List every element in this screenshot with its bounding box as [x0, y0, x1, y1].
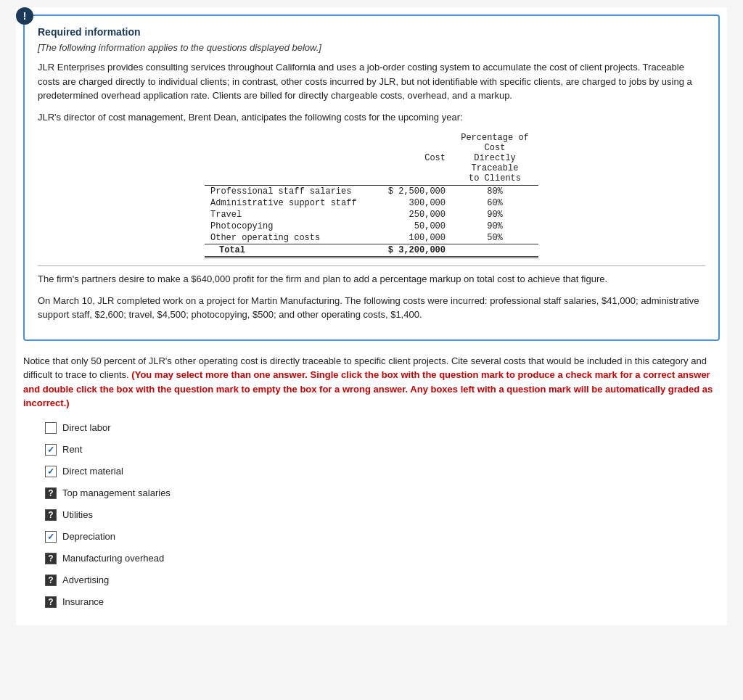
row-label: Administrative support staff — [205, 197, 364, 209]
checkbox-item-advertising[interactable]: ? Advertising — [45, 575, 720, 586]
table-row: Other operating costs 100,000 50% — [205, 232, 538, 244]
row-label: Other operating costs — [205, 232, 364, 244]
paragraph-1: JLR Enterprises provides consulting serv… — [38, 60, 705, 103]
checkbox-item-top-management[interactable]: ? Top management salaries — [45, 487, 720, 499]
row-pct: 50% — [451, 232, 538, 244]
checkbox-label-insurance: Insurance — [62, 596, 104, 607]
pct-header: Percentage of CostDirectly Traceableto C… — [451, 131, 538, 186]
checkbox-box-utilities[interactable]: ? — [45, 509, 57, 521]
italic-note: [The following information applies to th… — [38, 42, 705, 53]
checkbox-label-advertising: Advertising — [62, 575, 109, 585]
checkbox-item-direct-material[interactable]: ✓ Direct material — [45, 466, 720, 477]
paragraph-2: JLR's director of cost management, Brent… — [38, 110, 705, 125]
notice-section: Notice that only 50 percent of JLR's oth… — [23, 354, 720, 411]
checkbox-label-rent: Rent — [62, 444, 82, 455]
info-box: ! Required information [The following in… — [23, 15, 720, 341]
checkbox-box-manufacturing-overhead[interactable]: ? — [45, 553, 57, 564]
checkbox-label-direct-material: Direct material — [62, 466, 123, 477]
checkbox-label-top-management: Top management salaries — [62, 487, 171, 498]
paragraph-3: The firm's partners desire to make a $64… — [38, 272, 705, 287]
table-row: Photocopying 50,000 90% — [205, 221, 538, 232]
total-label: Total — [205, 244, 364, 258]
required-info-title: Required information — [38, 26, 705, 38]
row-label: Travel — [205, 209, 364, 221]
total-pct — [451, 244, 538, 258]
table-total-row: Total $ 3,200,000 — [205, 244, 538, 258]
total-cost: $ 3,200,000 — [364, 244, 451, 258]
cost-table: Cost Percentage of CostDirectly Traceabl… — [205, 131, 538, 258]
checkbox-item-direct-labor[interactable]: Direct labor — [45, 422, 720, 434]
row-pct: 90% — [451, 221, 538, 232]
checkbox-item-rent[interactable]: ✓ Rent — [45, 444, 720, 456]
info-icon: ! — [16, 7, 33, 25]
main-container: ! Required information [The following in… — [16, 7, 727, 625]
table-row: Administrative support staff 300,000 60% — [205, 197, 538, 209]
checkbox-box-direct-labor[interactable] — [45, 422, 57, 434]
row-cost: 300,000 — [364, 197, 451, 209]
row-cost: 100,000 — [364, 232, 451, 244]
row-cost: 250,000 — [364, 209, 451, 221]
checkbox-box-direct-material[interactable]: ✓ — [45, 466, 57, 477]
row-pct: 80% — [451, 186, 538, 198]
cost-table-wrapper: Cost Percentage of CostDirectly Traceabl… — [38, 131, 705, 258]
checkbox-label-direct-labor: Direct labor — [62, 422, 110, 433]
checkbox-item-manufacturing-overhead[interactable]: ? Manufacturing overhead — [45, 553, 720, 564]
checkbox-item-insurance[interactable]: ? Insurance — [45, 596, 720, 608]
cost-header: Cost — [364, 131, 451, 186]
row-label: Photocopying — [205, 221, 364, 232]
row-cost: 50,000 — [364, 221, 451, 232]
checkbox-label-depreciation: Depreciation — [62, 531, 115, 542]
row-pct: 60% — [451, 197, 538, 209]
table-row: Travel 250,000 90% — [205, 209, 538, 221]
checkbox-box-depreciation[interactable]: ✓ — [45, 531, 57, 543]
checkbox-label-utilities: Utilities — [62, 509, 93, 520]
checkbox-box-rent[interactable]: ✓ — [45, 444, 57, 456]
checkbox-box-insurance[interactable]: ? — [45, 596, 57, 608]
paragraph-4: On March 10, JLR completed work on a pro… — [38, 294, 705, 322]
row-pct: 90% — [451, 209, 538, 221]
checkbox-item-depreciation[interactable]: ✓ Depreciation — [45, 531, 720, 543]
table-row: Professional staff salaries $ 2,500,000 … — [205, 186, 538, 198]
checkbox-label-manufacturing-overhead: Manufacturing overhead — [62, 553, 164, 564]
checkbox-box-top-management[interactable]: ? — [45, 487, 57, 499]
row-cost: $ 2,500,000 — [364, 186, 451, 198]
row-label: Professional staff salaries — [205, 186, 364, 198]
checkbox-box-advertising[interactable]: ? — [45, 575, 57, 586]
checkboxes-section: Direct labor ✓ Rent ✓ Direct material ? … — [23, 422, 720, 608]
checkbox-item-utilities[interactable]: ? Utilities — [45, 509, 720, 521]
